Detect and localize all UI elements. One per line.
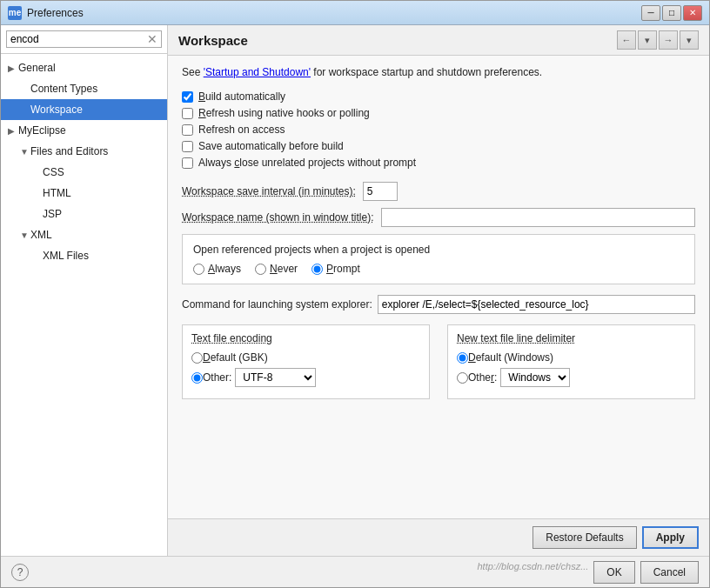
delimiter-default-radio[interactable] [457,352,468,364]
checkbox-close-unrelated: Always close unrelated projects without … [182,157,695,169]
right-panel: Workspace ← ▾ → ▾ See 'Startup and Shutd… [168,25,709,556]
workspace-name-input[interactable] [381,208,695,227]
build-auto-checkbox[interactable] [182,91,193,103]
search-box: ✕ [1,25,167,54]
apply-button[interactable]: Apply [642,526,699,549]
app-icon: me [8,6,22,20]
help-icon[interactable]: ? [11,564,29,581]
radio-always[interactable] [193,264,204,275]
label-never: Never [270,263,298,275]
window-title: Preferences [27,7,641,19]
close-unrelated-checkbox[interactable] [182,157,193,169]
refresh-access-checkbox[interactable] [182,124,193,136]
tree-item-xml-files[interactable]: XML Files [1,245,167,266]
bottom-bar: Restore Defaults Apply [168,518,709,556]
cancel-button[interactable]: Cancel [640,561,699,584]
delimiter-other-radio[interactable] [457,372,468,384]
tree: ▶ General Content Types Workspace [1,54,167,556]
tree-label-css: CSS [43,166,64,178]
save-interval-input[interactable] [363,182,398,201]
workspace-name-row: Workspace name (shown in window title): [182,208,695,227]
nav-buttons: ← ▾ → ▾ [617,30,699,50]
checkbox-save-auto: Save automatically before build [182,140,695,152]
encoding-other-radio[interactable] [191,372,203,384]
refresh-hooks-checkbox[interactable] [182,108,193,119]
panel-header: Workspace ← ▾ → ▾ [168,25,709,56]
panel-title: Workspace [178,33,248,48]
save-interval-label: Workspace save interval (in minutes): [182,185,356,197]
close-unrelated-label: Always close unrelated projects without … [198,157,416,169]
open-projects-label: Open referenced projects when a project … [193,244,684,256]
encoding-dropdown[interactable]: UTF-8 UTF-16 ISO-8859-1 GBK [235,368,316,387]
tree-item-files-and-editors[interactable]: ▼ Files and Editors [1,141,167,162]
delimiter-other-row: Other: Windows Unix Mac [457,368,686,387]
search-input[interactable] [10,33,147,45]
close-button[interactable]: ✕ [683,5,702,21]
encoding-default-radio[interactable] [191,352,203,364]
text-encoding-group: Text file encoding Default (GBK) Other: … [182,324,430,399]
tree-item-html[interactable]: HTML [1,183,167,204]
encoding-default-label: Default (GBK) [203,351,268,364]
watermark: http://blog.csdn.net/chsz... [478,561,589,584]
window-controls: ─ □ ✕ [641,5,702,21]
workspace-name-label: Workspace name (shown in window title): [182,211,374,224]
info-text: See 'Startup and Shutdown' for workspace… [182,66,695,78]
startup-shutdown-link[interactable]: 'Startup and Shutdown' [204,66,311,78]
tree-label-content-types: Content Types [30,83,97,95]
checkbox-refresh-hooks: Refresh using native hooks or polling [182,107,695,119]
label-prompt: Prompt [326,263,360,275]
tree-item-content-types[interactable]: Content Types [1,78,167,99]
tree-label-xml: XML [30,229,52,241]
tree-item-workspace[interactable]: Workspace [1,99,167,120]
label-always: Always [208,263,241,275]
encoding-delimiter-row: Text file encoding Default (GBK) Other: … [182,324,695,399]
nav-fwd-dropdown-button[interactable]: ▾ [680,30,699,50]
tree-label-jsp: JSP [43,208,62,220]
command-label: Command for launching system explorer: [182,298,372,311]
tree-item-jsp[interactable]: JSP [1,204,167,224]
open-projects-options: Always Never Prompt [193,263,684,275]
nav-fwd-button[interactable]: → [659,30,678,50]
radio-prompt[interactable] [311,264,323,275]
tree-item-myeclipse[interactable]: ▶ MyEclipse [1,120,167,141]
tree-label-html: HTML [43,187,71,199]
search-input-wrap: ✕ [6,30,162,48]
command-input[interactable] [378,295,695,314]
delimiter-dropdown[interactable]: Windows Unix Mac [500,368,570,387]
option-never: Never [255,263,298,275]
maximize-button[interactable]: □ [662,5,681,21]
titlebar: me Preferences ─ □ ✕ [1,1,709,25]
refresh-access-label: Refresh on access [198,124,285,136]
main-content: ✕ ▶ General Content Types [1,25,709,556]
radio-never[interactable] [255,264,266,275]
nav-back-button[interactable]: ← [617,30,636,50]
delimiter-default-label: Default (Windows) [468,351,553,364]
encoding-other-row: Other: UTF-8 UTF-16 ISO-8859-1 GBK [191,368,420,387]
delimiter-default-row: Default (Windows) [457,351,686,364]
tree-label-workspace: Workspace [30,104,83,116]
minimize-button[interactable]: ─ [641,5,660,21]
save-auto-checkbox[interactable] [182,141,193,152]
restore-defaults-button[interactable]: Restore Defaults [532,526,636,549]
open-projects-group: Open referenced projects when a project … [182,234,695,284]
preferences-window: me Preferences ─ □ ✕ ✕ ▶ General [0,0,710,588]
option-prompt: Prompt [311,263,360,275]
option-always: Always [193,263,241,275]
tree-item-xml[interactable]: ▼ XML [1,224,167,245]
save-auto-label: Save automatically before build [198,140,344,152]
tree-label-myeclipse: MyEclipse [18,124,66,137]
command-row: Command for launching system explorer: [182,295,695,314]
search-clear-icon[interactable]: ✕ [147,33,157,45]
tree-label-files-and-editors: Files and Editors [30,145,108,157]
footer-bar: ? http://blog.csdn.net/chsz... OK Cancel [1,556,709,587]
tree-label-xml-files: XML Files [43,250,89,262]
checkbox-build-auto: Build automatically [182,90,695,103]
nav-back-dropdown-button[interactable]: ▾ [638,30,657,50]
tree-item-general[interactable]: ▶ General [1,57,167,78]
sidebar: ✕ ▶ General Content Types [1,25,168,556]
checkbox-refresh-access: Refresh on access [182,124,695,136]
save-interval-row: Workspace save interval (in minutes): [182,182,695,201]
line-delimiter-title: New text file line delimiter [457,332,686,344]
ok-button[interactable]: OK [593,561,634,584]
tree-item-css[interactable]: CSS [1,162,167,183]
